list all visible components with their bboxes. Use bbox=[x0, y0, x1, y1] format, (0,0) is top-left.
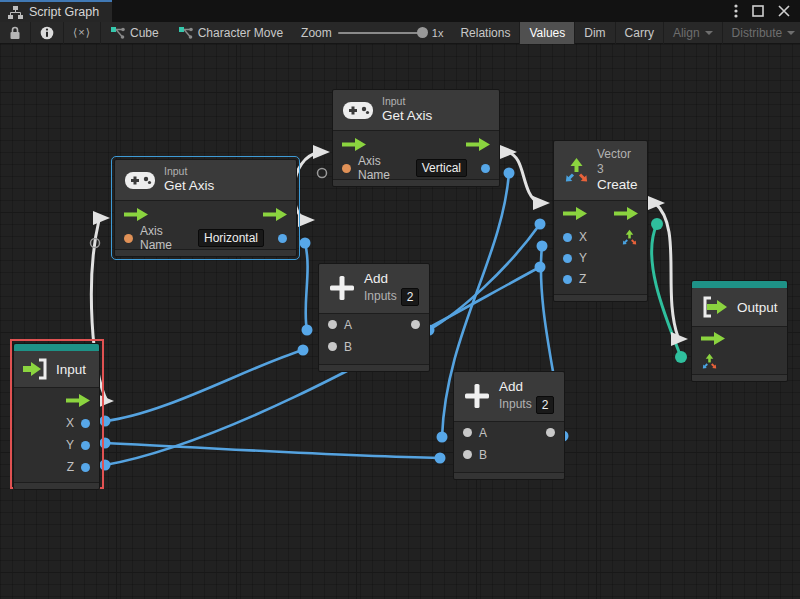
unconnected-port[interactable] bbox=[318, 169, 327, 178]
node-title: Get Axis bbox=[164, 178, 214, 195]
angle-x-icon: ⟨×⟩ bbox=[73, 26, 91, 39]
port-x[interactable] bbox=[81, 419, 90, 428]
flow-out-arrow-icon[interactable] bbox=[66, 394, 90, 407]
flow-out-arrow-icon[interactable] bbox=[466, 138, 490, 151]
flow-port-arrow[interactable] bbox=[298, 213, 315, 227]
flow-port-arrow[interactable] bbox=[671, 332, 688, 346]
gamepad-icon bbox=[125, 171, 155, 190]
plus-icon bbox=[464, 383, 490, 409]
flow-port-arrow[interactable] bbox=[533, 196, 550, 210]
axis-name-port[interactable] bbox=[342, 164, 351, 173]
port-b[interactable] bbox=[328, 342, 337, 351]
wire-flow-getaxis-horizontal-to-vertical[interactable] bbox=[294, 152, 320, 220]
vector3-output-port-icon[interactable] bbox=[621, 229, 638, 246]
node-footer bbox=[319, 364, 429, 371]
sum-output-port[interactable] bbox=[411, 320, 420, 329]
port-a[interactable] bbox=[463, 428, 472, 437]
wire-horizontal-to-add1-a[interactable] bbox=[305, 243, 308, 330]
axis-name-value-field[interactable]: Horizontal bbox=[198, 229, 264, 247]
port-endpoint[interactable] bbox=[302, 325, 313, 336]
code-view-button[interactable]: ⟨×⟩ bbox=[64, 22, 101, 44]
port-endpoint[interactable] bbox=[537, 241, 548, 252]
node-title: Create bbox=[597, 177, 638, 194]
tab-script-graph[interactable]: Script Graph bbox=[0, 0, 112, 22]
result-port[interactable] bbox=[278, 234, 287, 243]
info-icon bbox=[40, 26, 54, 40]
node-kind: Vector 3 bbox=[597, 147, 638, 177]
node-input[interactable]: Input X Y Z bbox=[13, 343, 100, 490]
axis-name-port[interactable] bbox=[124, 234, 133, 243]
gamepad-icon bbox=[343, 101, 373, 120]
align-dropdown[interactable]: Align bbox=[664, 22, 723, 44]
port-endpoint[interactable] bbox=[535, 262, 546, 273]
port-endpoint[interactable] bbox=[437, 432, 448, 443]
vector3-input-port-icon[interactable] bbox=[701, 353, 718, 370]
port-y[interactable] bbox=[81, 441, 90, 450]
port-endpoint[interactable] bbox=[435, 453, 446, 464]
port-x[interactable] bbox=[563, 233, 572, 242]
node-get-axis-vertical[interactable]: Input Get Axis Axis Name Vertical bbox=[332, 89, 500, 187]
flow-in-arrow-icon[interactable] bbox=[563, 207, 587, 220]
inputs-count-field[interactable]: 2 bbox=[401, 288, 420, 306]
flow-in-arrow-icon[interactable] bbox=[701, 332, 725, 345]
port-endpoint[interactable] bbox=[300, 238, 311, 249]
zoom-slider-handle[interactable] bbox=[417, 27, 428, 38]
port-a[interactable] bbox=[328, 320, 337, 329]
port-z[interactable] bbox=[563, 275, 572, 284]
port-label: A bbox=[344, 318, 352, 332]
sum-output-port[interactable] bbox=[546, 428, 555, 437]
inputs-count-field[interactable]: 2 bbox=[536, 396, 555, 414]
port-label: Z bbox=[579, 272, 586, 286]
chevron-down-icon bbox=[705, 31, 713, 35]
flow-port-arrow[interactable] bbox=[93, 211, 110, 225]
graph-toolbar: ⟨×⟩ Cube Character Move Zoom 1x Relation… bbox=[0, 22, 800, 44]
result-port[interactable] bbox=[481, 164, 490, 173]
flow-port-arrow[interactable] bbox=[648, 196, 665, 210]
port-endpoint[interactable] bbox=[535, 219, 546, 230]
flow-in-arrow-icon[interactable] bbox=[342, 138, 366, 151]
port-endpoint-vector[interactable] bbox=[675, 351, 687, 363]
distribute-dropdown[interactable]: Distribute bbox=[723, 22, 800, 44]
lock-button[interactable] bbox=[0, 22, 31, 44]
port-endpoint-vector[interactable] bbox=[651, 218, 663, 230]
maximize-icon[interactable] bbox=[752, 5, 764, 17]
port-y[interactable] bbox=[563, 254, 572, 263]
dim-toggle[interactable]: Dim bbox=[575, 22, 615, 44]
node-get-axis-horizontal[interactable]: Input Get Axis Axis Name Horizontal bbox=[114, 159, 297, 257]
port-endpoint[interactable] bbox=[298, 345, 309, 356]
zoom-slider-track[interactable] bbox=[338, 32, 426, 34]
flow-in-arrow-icon[interactable] bbox=[124, 208, 148, 221]
node-add-1[interactable]: Add Inputs 2 A B bbox=[318, 263, 430, 372]
port-z[interactable] bbox=[81, 463, 90, 472]
wire-input-y-to-add2-b[interactable] bbox=[105, 443, 440, 458]
node-vector3-create[interactable]: Vector 3 Create X Y bbox=[553, 140, 648, 302]
node-add-2[interactable]: Add Inputs 2 A B bbox=[453, 371, 565, 480]
tab-label: Script Graph bbox=[29, 5, 99, 19]
relations-toggle[interactable]: Relations bbox=[451, 22, 520, 44]
axis-name-value-field[interactable]: Vertical bbox=[416, 159, 467, 177]
breadcrumb-root-cube[interactable]: Cube bbox=[101, 22, 169, 44]
node-title: Get Axis bbox=[382, 108, 432, 125]
close-icon[interactable] bbox=[778, 5, 790, 17]
breadcrumb-current-character-move[interactable]: Character Move bbox=[169, 22, 293, 44]
graph-canvas[interactable]: Input Get Axis Axis Name Vertical bbox=[0, 44, 800, 599]
node-output[interactable]: Output bbox=[691, 280, 788, 382]
node-footer bbox=[454, 472, 564, 479]
kebab-menu-icon[interactable] bbox=[734, 4, 738, 18]
values-toggle[interactable]: Values bbox=[520, 22, 575, 44]
node-kind: Input bbox=[164, 165, 214, 178]
flow-out-arrow-icon[interactable] bbox=[614, 207, 638, 220]
port-b[interactable] bbox=[463, 450, 472, 459]
node-title: Add bbox=[364, 271, 419, 288]
arrow-out-of-bracket-icon bbox=[702, 296, 728, 318]
port-label: Y bbox=[579, 251, 587, 265]
port-label: Z bbox=[67, 460, 74, 474]
flow-out-arrow-icon[interactable] bbox=[263, 208, 287, 221]
carry-toggle[interactable]: Carry bbox=[616, 22, 664, 44]
zoom-value: 1x bbox=[432, 27, 444, 39]
wire-input-x-to-add1-b[interactable] bbox=[105, 350, 303, 421]
port-endpoint[interactable] bbox=[504, 168, 515, 179]
flow-port-arrow[interactable] bbox=[313, 145, 330, 159]
info-button[interactable] bbox=[31, 22, 64, 44]
graph-node-icon bbox=[111, 27, 125, 39]
